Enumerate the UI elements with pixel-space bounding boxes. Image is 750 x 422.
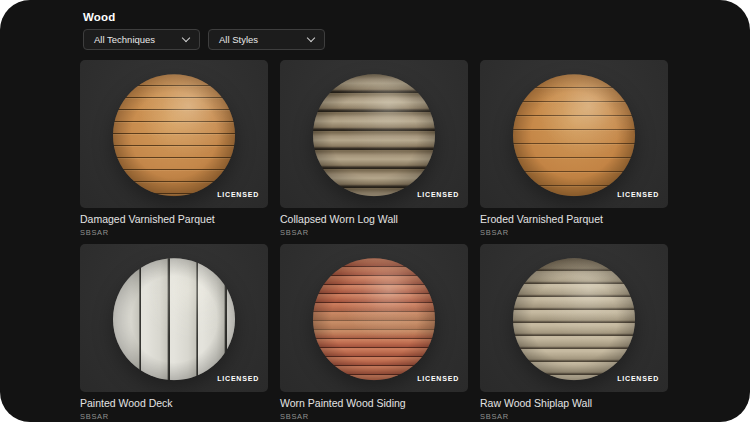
material-title[interactable]: Collapsed Worn Log Wall — [280, 213, 468, 225]
material-title[interactable]: Painted Wood Deck — [80, 397, 268, 409]
material-sphere — [313, 258, 435, 380]
material-title[interactable]: Damaged Varnished Parquet — [80, 213, 268, 225]
material-title[interactable]: Raw Wood Shiplap Wall — [480, 397, 668, 409]
material-sphere — [113, 258, 235, 380]
content-area: Wood All Techniques All Styles LICENSED … — [80, 11, 668, 421]
material-format: SBSAR — [280, 228, 468, 237]
material-preview[interactable]: LICENSED — [480, 244, 668, 392]
licensed-badge: LICENSED — [217, 375, 259, 382]
material-sphere — [313, 74, 435, 196]
material-preview[interactable]: LICENSED — [480, 60, 668, 208]
material-sphere — [113, 74, 235, 196]
material-preview[interactable]: LICENSED — [80, 60, 268, 208]
material-title[interactable]: Worn Painted Wood Siding — [280, 397, 468, 409]
material-preview[interactable]: LICENSED — [80, 244, 268, 392]
style-filter-dropdown[interactable]: All Styles — [208, 29, 325, 50]
material-card[interactable]: LICENSED Raw Wood Shiplap Wall SBSAR — [480, 244, 668, 421]
material-format: SBSAR — [280, 412, 468, 421]
licensed-badge: LICENSED — [217, 191, 259, 198]
material-preview[interactable]: LICENSED — [280, 60, 468, 208]
material-grid: LICENSED Damaged Varnished Parquet SBSAR… — [80, 60, 668, 421]
material-preview[interactable]: LICENSED — [280, 244, 468, 392]
material-card[interactable]: LICENSED Eroded Varnished Parquet SBSAR — [480, 60, 668, 237]
licensed-badge: LICENSED — [417, 375, 459, 382]
material-format: SBSAR — [480, 228, 668, 237]
materials-panel: Wood All Techniques All Styles LICENSED … — [0, 0, 750, 422]
material-format: SBSAR — [80, 412, 268, 421]
page-title: Wood — [83, 11, 668, 24]
licensed-badge: LICENSED — [617, 375, 659, 382]
material-card[interactable]: LICENSED Damaged Varnished Parquet SBSAR — [80, 60, 268, 237]
material-format: SBSAR — [480, 412, 668, 421]
material-card[interactable]: LICENSED Worn Painted Wood Siding SBSAR — [280, 244, 468, 421]
material-sphere — [513, 74, 635, 196]
technique-filter-dropdown[interactable]: All Techniques — [83, 29, 200, 50]
filter-bar: All Techniques All Styles — [83, 29, 668, 50]
licensed-badge: LICENSED — [617, 191, 659, 198]
licensed-badge: LICENSED — [417, 191, 459, 198]
material-sphere — [513, 258, 635, 380]
style-filter-value: All Styles — [219, 34, 258, 45]
material-title[interactable]: Eroded Varnished Parquet — [480, 213, 668, 225]
technique-filter-value: All Techniques — [94, 34, 155, 45]
chevron-down-icon — [307, 34, 315, 42]
material-card[interactable]: LICENSED Collapsed Worn Log Wall SBSAR — [280, 60, 468, 237]
chevron-down-icon — [182, 34, 190, 42]
material-card[interactable]: LICENSED Painted Wood Deck SBSAR — [80, 244, 268, 421]
material-format: SBSAR — [80, 228, 268, 237]
